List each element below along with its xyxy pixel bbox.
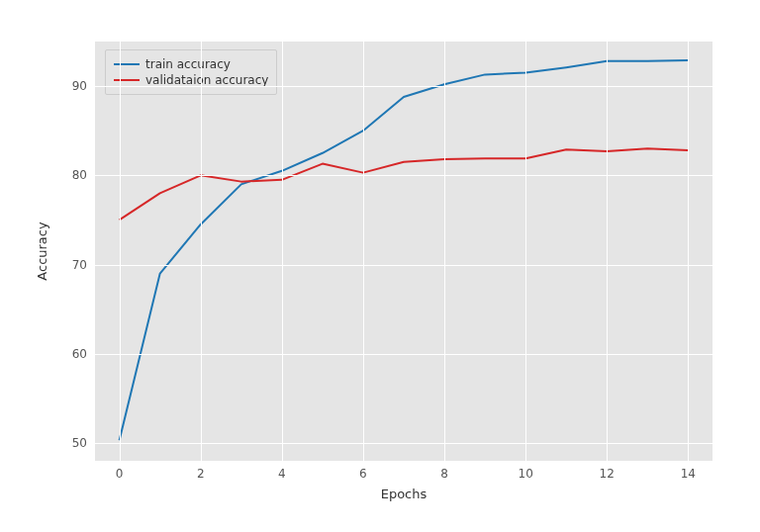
gridline-v [607, 42, 608, 461]
x-tick-label: 4 [278, 467, 286, 481]
gridline-v [688, 42, 689, 461]
gridline-h [95, 175, 712, 176]
legend-swatch [114, 79, 140, 81]
y-tick-label: 60 [72, 347, 93, 361]
figure: train accuracyvalidataion accuracy Epoch… [0, 0, 760, 532]
y-tick-label: 80 [72, 168, 93, 182]
legend-item: train accuracy [114, 56, 268, 72]
gridline-v [525, 42, 526, 461]
plot-area: train accuracyvalidataion accuracy [95, 42, 712, 461]
series-line-1 [120, 148, 689, 220]
x-tick-label: 8 [440, 467, 448, 481]
legend-label: train accuracy [145, 56, 231, 72]
gridline-h [95, 354, 712, 355]
y-tick-label: 70 [72, 258, 93, 272]
gridline-v [120, 42, 121, 461]
x-tick-label: 6 [359, 467, 367, 481]
gridline-h [95, 265, 712, 266]
y-axis-label: Accuracy [35, 222, 49, 280]
chart-lines [95, 42, 712, 461]
gridline-h [95, 86, 712, 87]
gridline-v [363, 42, 364, 461]
x-tick-label: 10 [519, 467, 533, 481]
y-tick-label: 90 [72, 79, 93, 93]
gridline-v [282, 42, 283, 461]
legend: train accuracyvalidataion accuracy [105, 49, 277, 95]
x-tick-label: 12 [600, 467, 615, 481]
y-tick-label: 50 [72, 436, 93, 450]
x-axis-label: Epochs [381, 487, 428, 501]
legend-swatch [114, 63, 140, 65]
x-tick-label: 2 [197, 467, 205, 481]
gridline-h [95, 443, 712, 444]
gridline-v [201, 42, 202, 461]
x-tick-label: 14 [681, 467, 696, 481]
gridline-v [444, 42, 445, 461]
x-tick-label: 0 [116, 467, 124, 481]
series-line-0 [120, 60, 689, 440]
